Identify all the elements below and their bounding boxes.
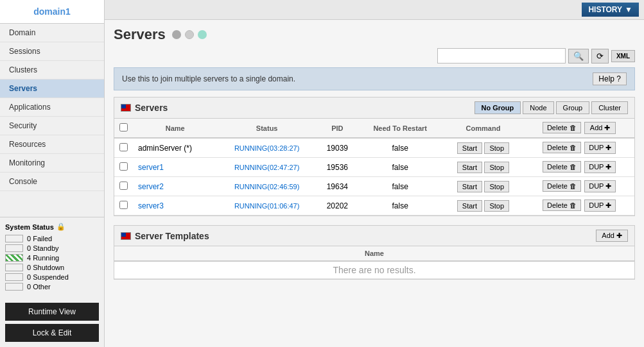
col-name: Name [133,119,217,138]
server-pid: 20202 [317,196,358,216]
row-delete-button[interactable]: Delete 🗑 [543,142,581,153]
status-box-empty [5,264,23,271]
topbar: HISTORY ▼ [105,0,644,20]
start-button[interactable]: Start [457,200,482,212]
status-row: 0 Suspended [5,273,99,281]
start-button[interactable]: Start [457,142,482,154]
system-status: System Status 🔒 0 Failed0 Standby4 Runni… [0,217,104,298]
server-link[interactable]: server1 [138,163,164,172]
templates-add-button[interactable]: Add ✚ [596,230,628,242]
sidebar-item-sessions[interactable]: Sessions [0,42,104,61]
refresh-button[interactable]: ⟳ [591,49,609,63]
row-delete-button[interactable]: Delete 🗑 [543,180,581,192]
servers-table: Name Status PID Need To Restart Command … [114,119,634,216]
servers-section: Servers No GroupNodeGroupCluster Name St… [114,97,635,216]
server-status: RUNNING(02:46:59) [217,177,316,196]
row-dup-button[interactable]: DUP ✚ [584,180,616,192]
add-header-button[interactable]: Add ✚ [584,122,616,134]
sidebar-item-console[interactable]: Console [0,173,104,191]
server-link[interactable]: server2 [138,182,164,191]
status-label: 0 Suspended [27,273,69,281]
group-btn-node[interactable]: Node [523,101,553,114]
sidebar-item-monitoring[interactable]: Monitoring [0,154,104,173]
sidebar-item-domain[interactable]: Domain [0,24,104,42]
search-input[interactable] [437,48,566,63]
start-button[interactable]: Start [457,162,482,173]
templates-section-header: Server Templates Add ✚ [114,226,634,246]
status-list: 0 Failed0 Standby4 Running0 Shutdown0 Su… [5,235,99,291]
start-button[interactable]: Start [457,181,482,192]
main-content: HISTORY ▼ Servers 🔍 ⟳ XML Use this to jo… [105,0,644,347]
stop-button[interactable]: Stop [484,181,509,192]
sidebar-item-resources[interactable]: Resources [0,135,104,154]
sidebar-item-applications[interactable]: Applications [0,98,104,117]
bottom-buttons: Runtime View Lock & Edit [0,298,104,347]
export-button[interactable]: XML [611,50,635,62]
servers-section-header: Servers No GroupNodeGroupCluster [114,97,634,119]
header-dots [172,30,207,39]
server-status: RUNNING(02:47:27) [217,158,316,177]
no-results-text: There are no results. [114,261,634,279]
col-actions: Delete 🗑 Add ✚ [524,119,634,138]
status-row: 0 Shutdown [5,264,99,271]
row-checkbox[interactable] [119,143,128,151]
status-box-empty [5,244,23,252]
server-status: RUNNING(03:28:27) [217,138,316,158]
group-btn-group[interactable]: Group [556,101,590,114]
status-label: 4 Running [27,254,59,262]
col-status: Status [217,119,316,138]
server-need-restart: false [358,196,442,216]
row-dup-button[interactable]: DUP ✚ [584,199,616,212]
status-label: 0 Failed [27,235,52,242]
server-need-restart: false [358,138,442,158]
row-delete-button[interactable]: Delete 🗑 [543,161,581,173]
template-col-name: Name [114,246,634,261]
server-need-restart: false [358,158,442,177]
stop-button[interactable]: Stop [484,162,509,173]
table-row: server2RUNNING(02:46:59)19634false Start… [114,177,634,196]
lock-icon: 🔒 [57,223,65,231]
row-checkbox[interactable] [119,201,128,209]
status-box-running [5,254,23,262]
page-header: Servers [114,26,635,43]
row-checkbox[interactable] [119,182,128,190]
row-delete-button[interactable]: Delete 🗑 [543,199,581,211]
server-pid: 19039 [317,138,358,158]
history-button[interactable]: HISTORY ▼ [582,3,639,17]
group-btn-no-group[interactable]: No Group [474,101,521,114]
server-link[interactable]: server3 [138,201,164,210]
templates-section: Server Templates Add ✚ Name There are no… [114,225,635,280]
no-results-row: There are no results. [114,261,634,279]
content-area: Servers 🔍 ⟳ XML Use this to join multipl… [105,20,644,347]
status-row: 0 Other [5,283,99,291]
sidebar-item-clusters[interactable]: Clusters [0,61,104,80]
sidebar-item-security[interactable]: Security [0,117,104,135]
flag-icon [121,104,131,112]
search-button[interactable]: 🔍 [568,49,589,63]
system-status-title: System Status 🔒 [5,223,99,231]
col-command: Command [442,119,525,138]
sidebar-item-servers[interactable]: Servers [0,80,104,98]
nav-menu: DomainSessionsClustersServersApplication… [0,24,104,191]
stop-button[interactable]: Stop [484,142,509,154]
server-pid: 19634 [317,177,358,196]
search-bar: 🔍 ⟳ XML [114,48,635,63]
status-row: 4 Running [5,254,99,262]
row-dup-button[interactable]: DUP ✚ [584,161,616,173]
row-dup-button[interactable]: DUP ✚ [584,142,616,154]
select-all-checkbox[interactable] [119,123,128,131]
stop-button[interactable]: Stop [484,200,509,212]
status-box-empty [5,235,23,242]
help-button[interactable]: Help ? [593,72,627,85]
status-row: 0 Standby [5,244,99,252]
dot-green [198,30,207,39]
delete-header-button[interactable]: Delete 🗑 [543,122,581,133]
lock-edit-button[interactable]: Lock & Edit [5,324,99,342]
page-title: Servers [114,26,166,43]
template-flag-icon [121,232,131,240]
group-btn-cluster[interactable]: Cluster [591,101,628,114]
server-need-restart: false [358,177,442,196]
runtime-view-button[interactable]: Runtime View [5,303,99,321]
domain-title[interactable]: domain1 [0,0,104,24]
row-checkbox[interactable] [119,162,128,171]
